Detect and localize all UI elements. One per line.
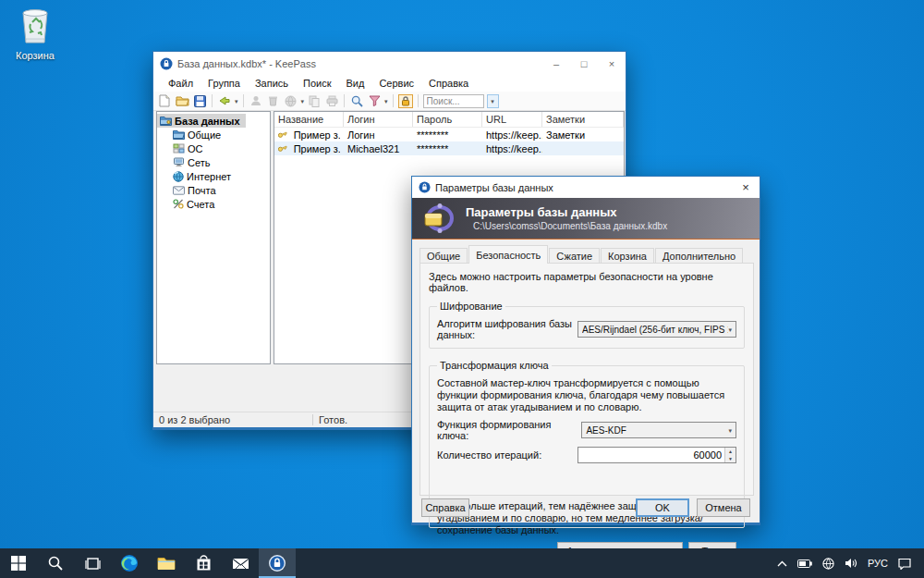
keepass-titlebar[interactable]: База данных.kdbx* - KeePass – □ × — [153, 52, 626, 75]
folder-icon — [173, 129, 185, 140]
close-button[interactable]: × — [598, 52, 626, 75]
sync-key-caret-icon[interactable]: ▾ — [235, 98, 238, 105]
task-view-button[interactable] — [74, 548, 111, 578]
keepass-taskbar-button[interactable] — [259, 548, 296, 578]
toolbar-separator — [212, 94, 213, 107]
status-selected-count: 0 из 2 выбрано — [153, 414, 312, 425]
file-explorer-button[interactable] — [148, 548, 185, 578]
recycle-bin[interactable]: Корзина — [6, 6, 65, 61]
copy-icon-disabled — [307, 94, 322, 108]
menu-find[interactable]: Поиск — [296, 78, 338, 89]
volume-icon[interactable] — [845, 558, 857, 569]
keepass-app-icon — [160, 57, 173, 70]
tree-item-general[interactable]: Общие — [157, 128, 270, 141]
menu-help[interactable]: Справка — [421, 78, 476, 89]
quick-find-caret-icon[interactable]: ▾ — [384, 98, 388, 105]
open-url-icon-disabled — [284, 94, 298, 108]
tree-item-accounts[interactable]: Счета — [157, 197, 270, 211]
tree-item-mail[interactable]: Почта — [157, 183, 270, 197]
envelope-icon — [173, 186, 185, 195]
menu-entry[interactable]: Запись — [248, 78, 296, 89]
spinner-buttons[interactable]: ▲ ▼ — [724, 448, 736, 462]
dialog-close-button[interactable]: × — [732, 177, 760, 198]
menu-tools[interactable]: Сервис — [371, 78, 421, 89]
language-indicator[interactable]: РУС — [868, 558, 888, 569]
menu-file[interactable]: Файл — [161, 78, 201, 89]
dialog-banner: Параметры базы данных C:\Users\comss\Doc… — [412, 198, 760, 240]
column-notes[interactable]: Заметки — [542, 112, 624, 127]
chevron-down-icon: ▾ — [728, 326, 732, 333]
banner-title: Параметры базы данных — [466, 205, 667, 219]
tab-compression[interactable]: Сжатие — [549, 248, 600, 264]
battery-icon[interactable] — [797, 560, 812, 568]
sync-key-icon[interactable] — [217, 94, 232, 108]
kdf-combobox[interactable]: AES-KDF ▾ — [581, 422, 736, 438]
lock-workspace-icon[interactable] — [398, 94, 413, 108]
column-url[interactable]: URL — [482, 112, 542, 127]
entry-row[interactable]: Пример з... Логин ******** https://keep.… — [274, 128, 624, 141]
search-icon — [48, 556, 63, 571]
database-folder-icon — [160, 116, 172, 126]
save-icon[interactable] — [192, 94, 207, 108]
cancel-button[interactable]: Отмена — [697, 498, 750, 517]
edge-button[interactable] — [111, 548, 148, 578]
dialog-app-icon — [419, 181, 431, 193]
key-icon — [278, 144, 287, 153]
system-tray: РУС — [777, 558, 924, 570]
spin-down-icon[interactable]: ▼ — [725, 455, 736, 462]
maximize-button[interactable]: □ — [570, 52, 598, 75]
kdf-description: Составной мастер-ключ трансформируется с… — [437, 377, 736, 413]
database-settings-dialog: Параметры базы данных × Параметры базы д… — [411, 176, 760, 525]
search-dropdown-icon[interactable]: ▾ — [487, 94, 499, 108]
chevron-down-icon: ▾ — [728, 427, 732, 434]
cipher-combobox[interactable]: AES/Rijndael (256-бит ключ, FIPS 197) ▾ — [578, 321, 736, 338]
tab-advanced[interactable]: Дополнительно — [655, 248, 743, 264]
tab-recycle-bin[interactable]: Корзина — [601, 248, 654, 264]
minimize-button[interactable]: – — [542, 52, 570, 75]
iterations-spinner[interactable]: 60000 ▲ ▼ — [578, 447, 736, 463]
kdf-group-label: Трансформация ключа — [437, 360, 552, 371]
mail-icon — [232, 557, 249, 571]
spin-up-icon[interactable]: ▲ — [725, 448, 736, 455]
mail-button[interactable] — [222, 548, 259, 578]
encryption-group: Шифрование Алгоритм шифрования базы данн… — [429, 306, 745, 349]
tab-general[interactable]: Общие — [419, 248, 468, 264]
menu-group[interactable]: Группа — [201, 78, 248, 89]
menu-view[interactable]: Вид — [339, 78, 372, 89]
open-url-caret-icon: ▾ — [301, 98, 305, 105]
edge-icon — [120, 554, 139, 572]
group-tree-panel: База данных Общие ОС Сеть Интернет Почта… — [156, 111, 271, 364]
globe-icon — [173, 171, 184, 182]
network-globe-icon[interactable] — [822, 558, 834, 570]
network-icon — [173, 157, 185, 167]
microsoft-store-button[interactable] — [185, 548, 222, 578]
tree-item-database-root[interactable]: База данных — [157, 114, 246, 128]
hidden-icons-chevron[interactable] — [777, 560, 787, 567]
open-database-icon[interactable] — [175, 94, 189, 108]
search-icon[interactable] — [349, 94, 364, 108]
start-button[interactable] — [0, 548, 37, 578]
tree-item-internet[interactable]: Интернет — [157, 169, 270, 183]
taskbar-search-button[interactable] — [37, 548, 74, 578]
entry-row[interactable]: Пример з... Michael321 ******** https://… — [274, 141, 624, 155]
toolbar-search-input[interactable] — [423, 94, 484, 108]
column-title[interactable]: Название — [274, 112, 344, 127]
recycle-bin-label: Корзина — [6, 50, 65, 61]
tree-item-network[interactable]: Сеть — [157, 155, 270, 169]
column-password[interactable]: Пароль — [413, 112, 482, 127]
tab-security[interactable]: Безопасность — [468, 245, 548, 264]
keepass-lock-icon — [268, 554, 286, 572]
action-center-icon[interactable] — [898, 558, 911, 570]
help-button[interactable]: Справка — [421, 498, 469, 517]
task-view-icon — [85, 557, 101, 571]
toolbar-separator — [344, 94, 345, 107]
tree-item-os[interactable]: ОС — [157, 141, 270, 155]
toolbar-separator — [243, 94, 244, 107]
iterations-label: Количество итераций: — [437, 449, 541, 461]
column-login[interactable]: Логин — [344, 112, 413, 127]
ok-button[interactable]: OK — [636, 498, 689, 517]
new-database-icon[interactable] — [157, 94, 172, 108]
recycle-bin-icon — [18, 6, 53, 44]
dialog-titlebar[interactable]: Параметры базы данных × — [412, 177, 760, 198]
quick-find-icon[interactable] — [367, 94, 382, 108]
